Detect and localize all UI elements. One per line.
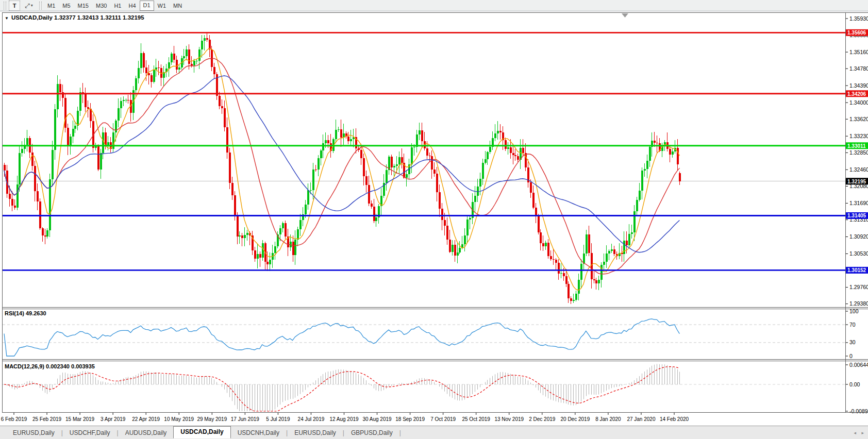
candle-up <box>297 229 299 240</box>
candle-down <box>229 153 231 183</box>
candle-up <box>474 196 476 202</box>
candle-up <box>636 200 638 211</box>
chart-ohlc-title: USDCAD,Daily 1.32377 1.32413 1.32111 1.3… <box>11 14 144 21</box>
candle-up <box>16 184 19 208</box>
candle-down <box>555 260 557 263</box>
candle-down <box>365 176 368 185</box>
candle-up <box>644 169 646 170</box>
candle-down <box>522 148 524 153</box>
candle-down <box>429 156 431 156</box>
candle-down <box>67 128 69 146</box>
candle-up <box>320 150 322 158</box>
candle-down <box>231 183 233 195</box>
candle-up <box>201 41 203 49</box>
tab-eurusd-daily-2[interactable]: EURUSD,Daily <box>288 427 343 438</box>
candle-down <box>87 107 89 109</box>
tab-eurusd-daily-1[interactable]: EURUSD,Daily <box>6 427 61 438</box>
candle-up <box>244 235 246 238</box>
candle-down <box>292 242 294 256</box>
candle-down <box>11 199 13 206</box>
price-tick-label: 1.35930 <box>849 15 868 22</box>
date-tick-label: 24 Jul 2019 <box>298 416 325 422</box>
timeframe-m30-button[interactable]: M30 <box>92 1 110 10</box>
timeframe-h1-button[interactable]: H1 <box>110 1 125 10</box>
candle-down <box>90 109 92 121</box>
candle-up <box>204 38 206 41</box>
price-tick-label: 1.35160 <box>849 49 868 55</box>
candle-up <box>72 129 74 137</box>
macd-signal-line <box>4 367 679 411</box>
tab-separator: | <box>399 429 401 436</box>
timeframe-m5-button[interactable]: M5 <box>59 1 74 10</box>
candle-up <box>649 147 651 160</box>
candle-up <box>411 147 413 164</box>
pane-borders <box>2 12 868 412</box>
macd-tick-label: -0.008982 <box>849 408 868 414</box>
date-tick-label: 29 May 2019 <box>197 416 227 422</box>
tab-gbpusd-daily[interactable]: GBPUSD,Daily <box>344 427 399 438</box>
text-tool-button[interactable]: T <box>9 1 20 11</box>
timeframe-m1-button[interactable]: M1 <box>44 1 59 10</box>
candle-down <box>224 108 226 128</box>
macd-tick-label: 0.00 <box>849 381 860 387</box>
candle-up <box>269 260 271 265</box>
candle-up <box>123 100 125 101</box>
date-axis: 6 Feb 201925 Feb 201915 Mar 20193 Apr 20… <box>1 412 689 422</box>
candle-up <box>578 280 580 294</box>
tab-usdchf-daily[interactable]: USDCHF,Daily <box>63 427 117 438</box>
candle-down <box>626 241 628 245</box>
arrow-tools-button[interactable]: ⤢ ▾ <box>21 1 37 10</box>
timeframe-m15-button[interactable]: M15 <box>74 1 92 10</box>
collapse-triangle-icon[interactable]: ▼ <box>5 16 9 21</box>
candle-up <box>140 53 142 68</box>
candle-down <box>340 129 342 138</box>
candle-down <box>368 185 370 204</box>
tab-audusd-daily[interactable]: AUDUSD,Daily <box>119 427 174 438</box>
chart-canvas[interactable]: 1.359301.355501.351601.347801.343901.340… <box>0 12 868 426</box>
price-tick-label: 1.32460 <box>849 166 868 173</box>
candle-up <box>603 262 605 265</box>
candle-down <box>151 75 153 82</box>
candle-down <box>505 140 507 149</box>
candle-down <box>542 243 544 246</box>
candle-up <box>183 56 185 58</box>
candle-down <box>259 254 261 258</box>
candle-up <box>628 234 630 246</box>
candle-down <box>654 141 656 143</box>
candle-up <box>262 243 264 258</box>
price-level-badge-label: 1.30152 <box>847 267 866 273</box>
candle-down <box>613 249 615 254</box>
candle-down <box>209 40 211 49</box>
rsi-pane <box>3 319 845 356</box>
candle-up <box>507 147 509 149</box>
candle-down <box>499 131 502 132</box>
tab-scroll-left-icon[interactable]: ◂ <box>854 430 856 435</box>
candle-down <box>517 156 519 160</box>
candle-up <box>193 61 195 65</box>
candle-down <box>441 209 443 221</box>
candle-up <box>153 70 155 82</box>
medium-ma-line <box>4 58 679 274</box>
date-tick-label: 10 May 2019 <box>164 416 194 422</box>
candle-up <box>21 149 23 153</box>
candle-down <box>59 84 61 92</box>
candle-down <box>510 147 512 153</box>
candle-down <box>679 173 681 181</box>
tab-scroll-right-icon[interactable]: ▸ <box>861 430 864 435</box>
timeframe-w1-button[interactable]: W1 <box>154 1 170 10</box>
rsi-tick-label: 0 <box>849 353 853 359</box>
candle-down <box>254 250 256 259</box>
tab-usdcad-daily-active[interactable]: USDCAD,Daily <box>173 426 230 438</box>
date-tick-label: 3 Apr 2019 <box>101 416 126 422</box>
timeframe-h4-button[interactable]: H4 <box>125 1 139 10</box>
candle-up <box>57 84 59 110</box>
candle-down <box>431 156 433 170</box>
candle-down <box>588 234 590 253</box>
tab-usdcnh-daily[interactable]: USDCNH,Daily <box>231 427 286 438</box>
candle-down <box>206 38 208 40</box>
timeframe-d1-button[interactable]: D1 <box>140 1 154 11</box>
candle-down <box>563 273 565 276</box>
candle-down <box>4 165 6 170</box>
timeframe-mn-button[interactable]: MN <box>170 1 186 10</box>
date-tick-label: 12 Aug 2019 <box>329 416 359 422</box>
